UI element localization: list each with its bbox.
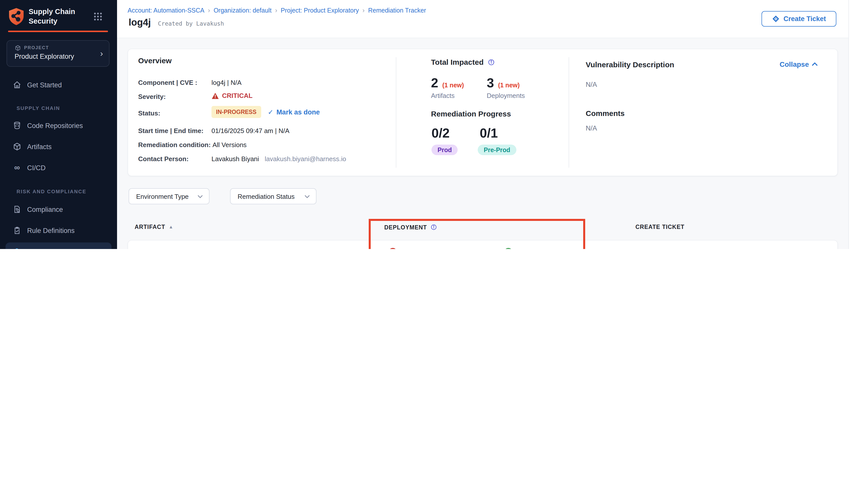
remediation-status-filter[interactable]: Remediation Status (230, 188, 316, 204)
module-grid-icon[interactable] (93, 12, 103, 21)
section-risk-compliance: RISK AND COMPLIANCE (16, 189, 87, 194)
sort-ascending-icon[interactable]: ▲ (169, 224, 173, 230)
warning-triangle-icon (211, 92, 219, 99)
column-header-deployment: DEPLOYMENT (384, 224, 437, 231)
chevron-right-icon: › (100, 49, 103, 59)
sidebar-item-get-started[interactable]: Get Started (0, 76, 117, 93)
project-label: PROJECT (24, 45, 49, 50)
table-row[interactable]: lavakush07/easy-buggy-app (new ) 1 Pendi… (128, 240, 838, 249)
infinity-icon: ∞ (13, 163, 22, 172)
impacted-deployments-new: (1 new) (498, 82, 520, 89)
contact-email[interactable]: lavakush.biyani@harness.io (265, 155, 346, 163)
impacted-artifacts-label: Artifacts (431, 92, 455, 100)
chevron-down-icon (305, 195, 310, 198)
check-icon: ✓ (268, 108, 273, 116)
scroll-gutter (848, 0, 868, 249)
condition-label: Remediation condition: (138, 141, 211, 148)
overview-heading: Overview (138, 56, 171, 65)
breadcrumb-organization[interactable]: Organization: default (213, 7, 272, 14)
create-ticket-header-label: CREATE TICKET (635, 224, 684, 230)
info-icon[interactable] (488, 58, 495, 66)
card-divider (396, 57, 396, 168)
breadcrumb-project[interactable]: Project: Product Exploratory (281, 7, 359, 14)
chevron-right-icon: › (359, 6, 368, 14)
time-value: 01/16/2025 09:47 am | N/A (211, 127, 289, 134)
section-supply-chain: SUPPLY CHAIN (16, 105, 60, 111)
breadcrumb-account[interactable]: Account: Automation-SSCA (128, 7, 205, 14)
contact-label: Contact Person: (138, 155, 189, 163)
sidebar-item-code-repositories[interactable]: Code Repositories (0, 117, 117, 134)
cube-icon (13, 142, 22, 151)
sidebar-item-label: Get Started (27, 81, 62, 89)
component-cve-value: log4j | N/A (211, 79, 242, 86)
column-header-artifact[interactable]: ARTIFACT ▲ (134, 224, 173, 230)
comments-heading: Comments (586, 109, 625, 117)
sidebar-item-compliance[interactable]: Compliance (0, 201, 117, 218)
vulnerability-description-heading: Vulnerability Description (586, 60, 674, 69)
sidebar-item-remediation-tracker[interactable]: Remediation Tracker (5, 243, 112, 249)
chevron-up-icon (812, 62, 818, 66)
collapse-label: Collapse (780, 60, 809, 68)
prod-progress-badge: Prod (431, 145, 458, 155)
create-ticket-button-header[interactable]: Create Ticket (762, 11, 837, 27)
environment-type-label: Environment Type (136, 193, 189, 200)
remediation-tracker-icon (13, 248, 22, 249)
artifact-header-label: ARTIFACT (134, 224, 165, 230)
comments-value: N/A (586, 124, 597, 132)
create-ticket-label: Create Ticket (783, 15, 826, 23)
chevron-down-icon (197, 195, 203, 198)
pending-new: (1 new) (437, 249, 458, 249)
chevron-right-icon: › (205, 6, 214, 14)
sidebar-item-label: Code Repositories (27, 122, 83, 129)
impacted-artifacts-count: 2 (431, 75, 438, 91)
overview-card: Overview Component | CVE : log4j | N/A S… (128, 49, 838, 176)
condition-value: All Versions (212, 141, 247, 148)
pending-icon (388, 248, 397, 249)
vulnerability-description-value: N/A (586, 81, 597, 88)
sidebar-item-label: Compliance (27, 206, 63, 213)
info-icon[interactable] (430, 224, 437, 231)
impacted-deployments-count: 3 (487, 75, 494, 91)
collapse-link[interactable]: Collapse (780, 60, 818, 68)
project-name: Product Exploratory (15, 53, 74, 60)
code-repo-icon (13, 121, 22, 130)
breadcrumb: Account: Automation-SSCA › Organization:… (128, 6, 426, 14)
sidebar-item-label: Remediation Tracker (27, 248, 94, 249)
severity-value: CRITICAL (222, 92, 252, 100)
time-label: Start time | End time: (138, 127, 204, 134)
status-badge: IN-PROGRESS (211, 106, 261, 118)
contact-name: Lavakush Biyani (211, 155, 259, 163)
document-search-icon (13, 205, 22, 214)
sidebar-item-label: Artifacts (27, 143, 52, 150)
mark-as-done-label: Mark as done (276, 108, 320, 116)
prod-progress-value: 0/2 (431, 126, 450, 141)
card-divider (569, 57, 569, 168)
remediated-count: 0 Remediated (517, 248, 560, 249)
breadcrumb-current[interactable]: Remediation Tracker (368, 7, 426, 14)
preprod-progress-value: 0/1 (480, 126, 498, 141)
home-icon (13, 80, 22, 89)
deployment-header-label: DEPLOYMENT (384, 224, 427, 230)
sidebar-item-artifacts[interactable]: Artifacts (0, 138, 117, 155)
jira-diamond-icon (772, 15, 779, 23)
clipboard-check-icon (13, 226, 22, 235)
mark-as-done-link[interactable]: ✓ Mark as done (268, 108, 320, 116)
severity-label: Severity: (138, 93, 166, 101)
page-header: Account: Automation-SSCA › Organization:… (117, 0, 868, 38)
project-selector[interactable]: PROJECT Product Exploratory › (7, 40, 109, 67)
remediated-icon (504, 248, 513, 249)
remediation-status-label: Remediation Status (237, 193, 295, 200)
sidebar-item-cicd[interactable]: ∞ CI/CD (0, 159, 117, 176)
project-cube-icon (15, 45, 21, 51)
sidebar-item-rule-definitions[interactable]: Rule Definitions (0, 222, 117, 239)
environment-type-filter[interactable]: Environment Type (129, 188, 209, 204)
status-label: Status: (138, 109, 160, 117)
preprod-progress-badge: Pre-Prod (478, 145, 516, 155)
brand-accent-rule (8, 31, 108, 32)
app-window: Supply ChainSecurity PROJECT Product Exp… (0, 0, 868, 249)
impacted-artifacts-new: (1 new) (442, 82, 464, 89)
sidebar-item-label: Rule Definitions (27, 227, 75, 234)
total-impacted-heading: Total Impacted (431, 58, 484, 66)
app-title: Supply ChainSecurity (29, 7, 75, 26)
chevron-right-icon: › (272, 6, 281, 14)
